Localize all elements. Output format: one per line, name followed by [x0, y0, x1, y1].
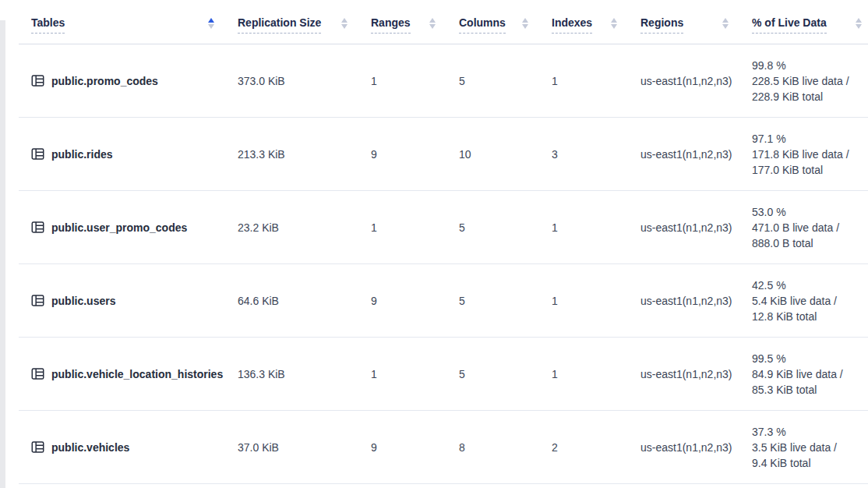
- table-name-cell: public.promo_codes: [19, 44, 222, 117]
- live-data-cell: 53.0 % 471.0 B live data / 888.0 B total: [736, 191, 868, 263]
- table-name-cell: public.user_promo_codes: [19, 191, 222, 263]
- table-row: public.vehicles 37.0 KiB 9 8 2 us-east1(…: [19, 411, 868, 484]
- sort-arrows-icon[interactable]: [856, 18, 862, 29]
- sort-arrows-icon[interactable]: [429, 18, 436, 29]
- live-data-cell: 99.8 % 228.5 KiB live data / 228.9 KiB t…: [736, 44, 868, 117]
- table-name-link[interactable]: public.vehicle_location_histories: [51, 368, 223, 380]
- sort-down-icon: [341, 24, 348, 29]
- regions-cell: us-east1(n1,n2,n3): [625, 44, 736, 117]
- live-data-cell: 99.5 % 84.9 KiB live data / 85.3 KiB tot…: [736, 338, 868, 410]
- table-icon: [31, 440, 44, 454]
- column-header-ranges[interactable]: Ranges: [355, 0, 443, 44]
- sort-arrows-icon[interactable]: [341, 18, 348, 29]
- replication-size-cell: 37.0 KiB: [222, 411, 355, 483]
- ranges-cell: 9: [355, 118, 443, 190]
- replication-size-cell: 136.3 KiB: [222, 338, 355, 410]
- ranges-cell: 9: [355, 411, 443, 483]
- ranges-cell: 1: [355, 44, 443, 117]
- total-data-amount: 177.0 KiB total: [752, 162, 823, 178]
- table-name-link[interactable]: public.user_promo_codes: [51, 221, 187, 234]
- sort-up-icon: [856, 18, 862, 23]
- sort-down-icon: [429, 24, 436, 29]
- table-name-cell: public.vehicles: [19, 411, 222, 483]
- column-header-label: Indexes: [552, 16, 592, 34]
- column-header-label: Regions: [640, 16, 683, 34]
- replication-size-cell: 373.0 KiB: [222, 44, 355, 117]
- column-header-live-data[interactable]: % of Live Data: [736, 0, 868, 44]
- column-header-label: % of Live Data: [752, 16, 827, 34]
- replication-size-cell: 213.3 KiB: [222, 118, 355, 190]
- columns-cell: 5: [443, 44, 536, 117]
- table-name-link[interactable]: public.vehicles: [51, 441, 129, 454]
- sort-up-icon: [611, 18, 617, 23]
- live-data-percent: 42.5 %: [752, 278, 786, 293]
- columns-cell: 5: [443, 191, 536, 263]
- replication-size-cell: 64.6 KiB: [222, 264, 355, 337]
- column-header-regions[interactable]: Regions: [625, 0, 736, 44]
- total-data-amount: 888.0 B total: [752, 235, 813, 251]
- page-gutter: [0, 20, 5, 488]
- sort-arrows-icon[interactable]: [722, 18, 729, 29]
- table-icon: [31, 147, 44, 161]
- live-data-amount: 84.9 KiB live data /: [752, 366, 843, 382]
- live-data-percent: 97.1 %: [752, 131, 786, 147]
- live-data-amount: 228.5 KiB live data /: [752, 73, 849, 89]
- sort-down-icon: [856, 24, 862, 29]
- total-data-amount: 85.3 KiB total: [752, 382, 817, 398]
- column-header-replication-size[interactable]: Replication Size: [222, 0, 355, 44]
- table-name-link[interactable]: public.users: [51, 295, 115, 307]
- sort-arrows-icon[interactable]: [611, 18, 617, 29]
- indexes-cell: 1: [536, 338, 625, 410]
- sort-up-icon: [522, 18, 528, 23]
- column-header-tables[interactable]: Tables: [19, 0, 222, 44]
- table-icon: [31, 294, 44, 307]
- replication-size-cell: 23.2 KiB: [222, 191, 355, 263]
- table-row: public.vehicle_location_histories 136.3 …: [19, 338, 868, 411]
- indexes-cell: 1: [536, 191, 625, 263]
- sort-arrows-icon[interactable]: [522, 18, 528, 29]
- table-row: public.users 64.6 KiB 9 5 1 us-east1(n1,…: [19, 264, 868, 338]
- columns-cell: 8: [443, 411, 536, 483]
- columns-cell: 5: [443, 264, 536, 337]
- live-data-percent: 99.5 %: [752, 351, 786, 366]
- table-name-link[interactable]: public.promo_codes: [51, 75, 158, 87]
- regions-cell: us-east1(n1,n2,n3): [625, 411, 736, 483]
- regions-cell: us-east1(n1,n2,n3): [625, 118, 736, 190]
- sort-up-icon: [429, 18, 436, 23]
- indexes-cell: 3: [536, 118, 625, 190]
- total-data-amount: 9.4 KiB total: [752, 455, 811, 471]
- total-data-amount: 12.8 KiB total: [752, 309, 817, 324]
- table-name-cell: public.users: [19, 264, 222, 337]
- live-data-amount: 5.4 KiB live data /: [752, 293, 837, 309]
- live-data-cell: 97.1 % 171.8 KiB live data / 177.0 KiB t…: [736, 118, 868, 190]
- live-data-amount: 171.8 KiB live data /: [752, 147, 849, 162]
- indexes-cell: 1: [536, 264, 625, 337]
- column-header-label: Tables: [31, 16, 65, 34]
- column-header-label: Columns: [459, 16, 506, 34]
- columns-cell: 5: [443, 338, 536, 410]
- total-data-amount: 228.9 KiB total: [752, 89, 823, 104]
- indexes-cell: 2: [536, 411, 625, 483]
- column-header-indexes[interactable]: Indexes: [536, 0, 625, 44]
- regions-cell: us-east1(n1,n2,n3): [625, 191, 736, 263]
- live-data-percent: 37.3 %: [752, 424, 786, 440]
- sort-up-icon: [722, 18, 729, 23]
- sort-down-icon: [208, 24, 214, 29]
- table-icon: [31, 367, 44, 380]
- table-body: public.promo_codes 373.0 KiB 1 5 1 us-ea…: [19, 44, 868, 484]
- sort-arrows-icon[interactable]: [208, 18, 214, 29]
- column-header-label: Ranges: [371, 16, 411, 34]
- live-data-cell: 42.5 % 5.4 KiB live data / 12.8 KiB tota…: [736, 264, 868, 337]
- table-row: public.rides 213.3 KiB 9 10 3 us-east1(n…: [19, 118, 868, 191]
- column-header-columns[interactable]: Columns: [443, 0, 536, 44]
- regions-cell: us-east1(n1,n2,n3): [625, 338, 736, 410]
- table-icon: [31, 221, 44, 234]
- ranges-cell: 1: [355, 191, 443, 263]
- table-name-link[interactable]: public.rides: [51, 148, 113, 161]
- live-data-percent: 99.8 %: [752, 58, 786, 73]
- sort-down-icon: [522, 24, 528, 29]
- regions-cell: us-east1(n1,n2,n3): [625, 264, 736, 337]
- sort-up-icon: [208, 18, 214, 23]
- database-tables-table: Tables Replication Size Ranges Columns I…: [19, 0, 868, 484]
- sort-up-icon: [341, 18, 348, 23]
